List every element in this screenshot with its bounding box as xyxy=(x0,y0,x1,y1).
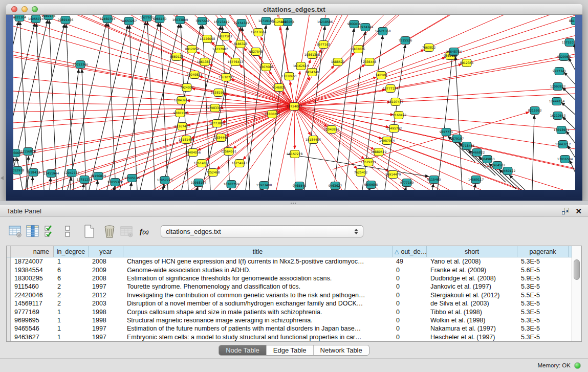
cell-short: Jankovic et al. (1997) xyxy=(427,283,517,290)
cell-short: Hescheler et al. (1997) xyxy=(427,334,517,341)
window-title: citations_edges.txt xyxy=(6,6,582,13)
svg-text:1527602: 1527602 xyxy=(140,15,154,19)
cell-in_degree: 2 xyxy=(54,292,89,299)
svg-text:10653267: 10653267 xyxy=(121,19,137,23)
svg-text:18613874: 18613874 xyxy=(197,60,213,63)
memory-status-icon[interactable] xyxy=(574,362,581,369)
cell-year: 2003 xyxy=(89,300,123,307)
svg-text:12942737: 12942737 xyxy=(64,171,80,174)
cell-year: 2009 xyxy=(89,267,123,274)
cell-in_degree: 1 xyxy=(54,325,89,332)
svg-text:12217987: 12217987 xyxy=(212,47,228,51)
table-row[interactable]: 946554611997Estimation of the future num… xyxy=(7,324,572,333)
delete-table-icon[interactable] xyxy=(119,224,135,239)
delete-columns-icon[interactable] xyxy=(101,224,118,239)
citation-graph[interactable]: 9831304140557242089146208914062246079510… xyxy=(13,15,575,190)
select-all-icon[interactable] xyxy=(42,224,58,239)
table-row[interactable]: 969969511998Structural magnetic resonanc… xyxy=(7,316,572,324)
cell-name: 19384554 xyxy=(11,267,54,274)
svg-text:20049823: 20049823 xyxy=(187,73,203,76)
svg-text:20053346: 20053346 xyxy=(73,62,89,66)
cell-name: 18724007 xyxy=(11,258,54,265)
svg-text:15751074: 15751074 xyxy=(562,40,575,44)
column-header-title[interactable]: title xyxy=(123,246,393,257)
column-header-pagerank[interactable]: pagerank xyxy=(517,246,569,257)
svg-text:11451944: 11451944 xyxy=(43,171,59,175)
svg-text:16049811: 16049811 xyxy=(480,157,495,161)
table-select-dropdown[interactable]: citations_edges.txt xyxy=(161,225,363,237)
cell-out_degree: 0 xyxy=(393,309,427,316)
window-titlebar[interactable]: citations_edges.txt xyxy=(6,4,582,15)
svg-text:18777134: 18777134 xyxy=(383,86,399,90)
table-row[interactable]: 1830029562008Estimation of significance … xyxy=(7,274,572,282)
column-header-short[interactable]: short xyxy=(427,246,517,257)
cell-name: 9463627 xyxy=(11,334,54,341)
table-panel-header: Table Panel ✕ xyxy=(0,205,588,217)
column-header-name[interactable]: name xyxy=(11,246,54,257)
cell-year: 1997 xyxy=(89,325,123,332)
cell-out_degree: 0 xyxy=(393,334,427,341)
cell-out_degree: 0 xyxy=(393,292,427,299)
svg-text:8912954: 8912954 xyxy=(185,47,199,51)
svg-text:9463627: 9463627 xyxy=(329,184,342,187)
column-header-year[interactable]: year xyxy=(89,246,123,257)
cell-in_degree: 2 xyxy=(54,283,89,290)
cell-title: Genome-wide association studies in ADHD. xyxy=(123,267,393,274)
svg-text:19218586: 19218586 xyxy=(317,20,333,24)
cell-out_degree: 0 xyxy=(393,317,427,324)
show-columns-icon[interactable] xyxy=(25,224,41,239)
svg-text:8815307: 8815307 xyxy=(569,19,575,23)
table-row[interactable]: 1872400712008Changes of HCN gene express… xyxy=(7,257,572,266)
table-row[interactable]: 946362711997Embryonic stem cells: a mode… xyxy=(7,333,572,341)
clear-selection-icon[interactable] xyxy=(59,224,76,239)
svg-text:7252468: 7252468 xyxy=(206,170,220,174)
svg-text:7462026: 7462026 xyxy=(352,47,365,51)
column-header-in_degree[interactable]: in_degree xyxy=(54,246,89,257)
svg-text:11381902: 11381902 xyxy=(211,91,227,94)
svg-text:12505135: 12505135 xyxy=(124,176,140,180)
svg-text:15693931: 15693931 xyxy=(554,128,570,132)
cell-year: 2008 xyxy=(89,258,123,265)
scrollbar-thumb[interactable] xyxy=(574,259,580,280)
function-builder-icon[interactable]: f(x) xyxy=(136,224,153,239)
cell-title: Tourette syndrome. Phenomenology and cla… xyxy=(123,283,393,290)
svg-text:10889519: 10889519 xyxy=(371,150,387,154)
create-column-icon[interactable] xyxy=(81,224,97,239)
tab-network-table[interactable]: Network Table xyxy=(314,345,369,355)
svg-text:748508: 748508 xyxy=(376,73,387,77)
svg-text:9777169: 9777169 xyxy=(400,181,414,184)
svg-text:2089146: 2089146 xyxy=(42,15,56,17)
cell-name: 9699695 xyxy=(11,317,54,324)
close-panel-icon[interactable]: ✕ xyxy=(575,207,582,215)
cell-year: 2008 xyxy=(89,275,123,282)
splitpane-collapse-icon[interactable] xyxy=(1,176,4,180)
vertical-scrollbar[interactable] xyxy=(572,246,581,341)
svg-text:17614831: 17614831 xyxy=(194,161,210,165)
cell-in_degree: 6 xyxy=(54,275,89,282)
panel-divider[interactable] xyxy=(0,201,588,205)
tab-edge-table[interactable]: Edge Table xyxy=(267,345,314,355)
table-row[interactable]: 911546021997Tourette syndrome. Phenomeno… xyxy=(7,282,572,291)
table-body: 1872400712008Changes of HCN gene express… xyxy=(7,257,572,341)
table-row[interactable]: 2242004622012Investigating the contribut… xyxy=(7,291,572,299)
tab-node-table[interactable]: Node Table xyxy=(219,345,267,355)
svg-text:14957984: 14957984 xyxy=(379,139,395,142)
network-canvas[interactable]: 9831304140557242089146208914062246079510… xyxy=(13,15,575,190)
svg-text:9780118: 9780118 xyxy=(173,111,187,115)
cell-title: Investigating the contribution of common… xyxy=(123,292,393,299)
table-mode-icon[interactable] xyxy=(7,224,24,239)
svg-text:9860123: 9860123 xyxy=(444,54,458,57)
svg-text:8679197: 8679197 xyxy=(450,137,464,140)
table-row[interactable]: 1938455462009Genome-wide association stu… xyxy=(7,266,572,274)
svg-text:10964502: 10964502 xyxy=(490,163,506,167)
cell-pagerank: 5.3E-5 xyxy=(517,309,569,316)
svg-text:10782759: 10782759 xyxy=(224,182,239,186)
float-panel-icon[interactable] xyxy=(562,208,569,214)
cell-out_degree: 0 xyxy=(393,275,427,282)
table-row[interactable]: 1456911722003Disruption of a novel membe… xyxy=(7,299,572,308)
table-row[interactable]: 977716911998Corpus callosum shape and si… xyxy=(7,308,572,316)
column-header-out_degree[interactable]: △out_de… xyxy=(393,246,427,257)
cell-pagerank: 5.3E-5 xyxy=(517,334,569,341)
cell-short: de Silva et al. (2003) xyxy=(427,300,517,307)
cell-short: Franke et al. (2009) xyxy=(427,267,517,274)
